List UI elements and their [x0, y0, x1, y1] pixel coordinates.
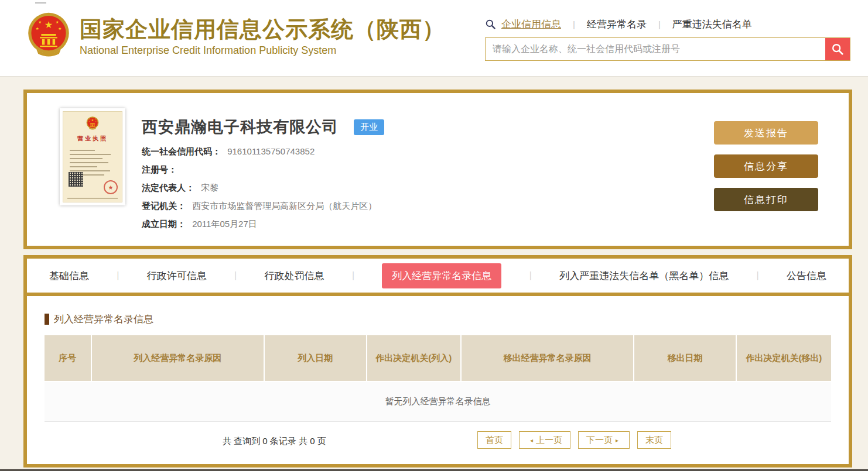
col-serial-no: 序号: [45, 335, 92, 381]
abnormal-operations-table: 序号 列入经营异常名录原因 列入日期 作出决定机关(列入) 移出经营异常名录原因…: [45, 335, 831, 422]
license-title: 营业执照: [77, 135, 108, 143]
site-logo-link[interactable]: 国家企业信用信息公示系统（陕西） National Enterprise Cre…: [27, 11, 445, 63]
artifact-dash: [35, 2, 46, 4]
col-removal-date: 移出日期: [634, 335, 737, 381]
pagination-next-button[interactable]: 下一页 ▸: [578, 431, 630, 449]
pagination-first-button[interactable]: 首页: [477, 431, 511, 449]
nav-illegal-blacklist[interactable]: 严重违法失信名单: [672, 18, 752, 31]
license-qr-code: [69, 172, 83, 187]
pagination-prev-button[interactable]: ◂ 上一页: [519, 431, 570, 449]
nav-separator: |: [573, 19, 575, 29]
col-inclusion-date: 列入日期: [265, 335, 367, 381]
tab-administrative-penalty[interactable]: 行政处罚信息: [265, 269, 324, 283]
field-credit-code: 统一社会信用代码： 916101135750743852: [142, 145, 384, 158]
tab-announcements[interactable]: 公告信息: [787, 269, 826, 283]
col-removal-reason: 移出经营异常名录原因: [462, 335, 634, 381]
status-badge: 开业: [354, 119, 384, 135]
field-establishment-date: 成立日期： 2011年05月27日: [142, 218, 384, 231]
field-registration-no: 注册号：: [142, 163, 384, 176]
license-red-seal-icon: ★: [104, 180, 118, 194]
prev-arrow-icon: ◂: [530, 437, 533, 444]
section-marker: [45, 314, 49, 325]
detail-card: 基础信息 | 行政许可信息 | 行政处罚信息 | 列入经营异常名录信息 | 列入…: [23, 255, 852, 467]
company-summary-card: 营业执照 ★ 西安鼎瀚电子科技有限公司 开业 统一社会信用代码： 9161011…: [23, 90, 852, 249]
nav-abnormal-list[interactable]: 经营异常名录: [587, 18, 647, 31]
tab-serious-illegal-blacklist[interactable]: 列入严重违法失信名单（黑名单）信息: [559, 269, 729, 283]
site-header: 国家企业信用信息公示系统（陕西） National Enterprise Cre…: [0, 0, 868, 77]
next-arrow-icon: ▸: [616, 437, 618, 444]
record-summary: 共 查询到 0 条记录 共 0 页: [223, 436, 326, 447]
section-title: 列入经营异常名录信息: [54, 312, 153, 326]
company-actions: 发送报告 信息分享 信息打印: [714, 121, 818, 221]
business-license-thumbnail[interactable]: 营业执照 ★: [60, 108, 125, 205]
detail-tabs: 基础信息 | 行政许可信息 | 行政处罚信息 | 列入经营异常名录信息 | 列入…: [27, 259, 849, 296]
tab-basic-info[interactable]: 基础信息: [49, 269, 89, 283]
nav-separator: |: [658, 19, 661, 29]
col-removal-authority: 作出决定机关(移出): [737, 335, 831, 381]
pagination: 首页 ◂ 上一页 下一页 ▸ 末页: [477, 431, 671, 449]
field-registration-authority: 登记机关： 西安市市场监督管理局高新区分局（航天片区）: [142, 200, 384, 212]
pagination-last-button[interactable]: 末页: [637, 431, 671, 449]
tab-administrative-license[interactable]: 行政许可信息: [147, 269, 207, 283]
search-icon: [485, 19, 496, 30]
site-title: 国家企业信用信息公示系统（陕西）: [80, 17, 445, 43]
search-button[interactable]: [825, 38, 850, 60]
license-emblem-icon: [86, 116, 99, 133]
search-input[interactable]: [486, 38, 825, 60]
search-type-nav: 企业信用信息 | 经营异常名录 | 严重违法失信名单: [485, 18, 850, 31]
license-paper: 营业执照 ★: [63, 111, 122, 202]
table-empty-message: 暂无列入经营异常名录信息: [45, 381, 831, 422]
field-legal-representative: 法定代表人： 宋黎: [142, 181, 384, 194]
company-info: 西安鼎瀚电子科技有限公司 开业 统一社会信用代码： 91610113575074…: [142, 116, 384, 231]
print-info-button[interactable]: 信息打印: [714, 188, 818, 211]
tab-abnormal-operations[interactable]: 列入经营异常名录信息: [382, 263, 501, 288]
nav-enterprise-credit[interactable]: 企业信用信息: [501, 18, 561, 31]
company-name: 西安鼎瀚电子科技有限公司: [142, 116, 339, 137]
search-bar: [485, 37, 850, 61]
col-inclusion-authority: 作出决定机关(列入): [367, 335, 462, 381]
license-footer-line: [67, 198, 118, 199]
site-subtitle: National Enterprise Credit Information P…: [80, 44, 445, 57]
share-info-button[interactable]: 信息分享: [714, 154, 818, 178]
tab-content: 列入经营异常名录信息 序号 列入经营异常名录原因 列入日期 作出决定机关(列入)…: [27, 312, 849, 464]
col-inclusion-reason: 列入经营异常名录原因: [92, 335, 265, 381]
send-report-button[interactable]: 发送报告: [714, 121, 818, 145]
table-footer: 共 查询到 0 条记录 共 0 页 首页 ◂ 上一页 下一页 ▸ 末页: [45, 422, 831, 464]
license-text-lines: [70, 147, 115, 176]
national-emblem-icon: [27, 11, 70, 63]
header-search-area: 企业信用信息 | 经营异常名录 | 严重违法失信名单: [485, 18, 850, 61]
table-header-row: 序号 列入经营异常名录原因 列入日期 作出决定机关(列入) 移出经营异常名录原因…: [45, 335, 831, 381]
